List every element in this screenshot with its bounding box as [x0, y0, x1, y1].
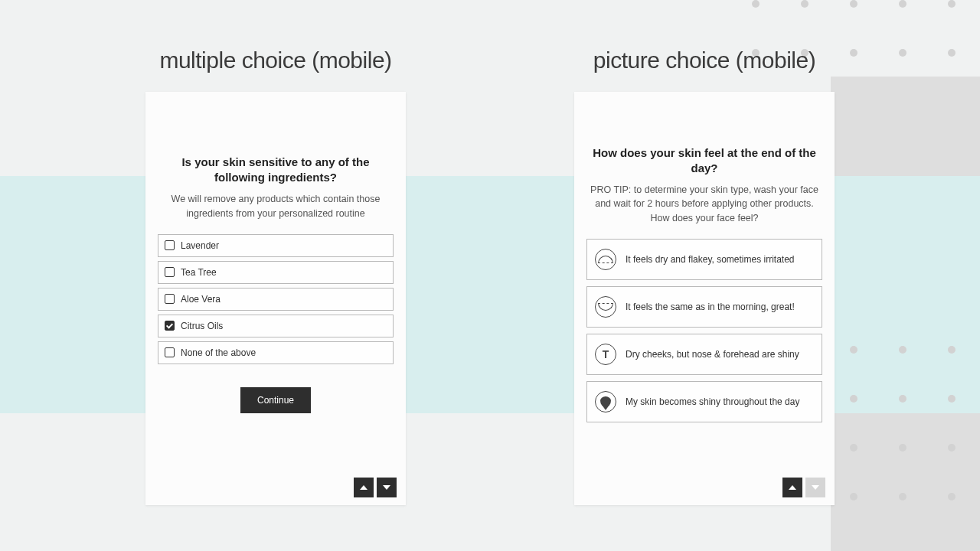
option-label: Lavender [181, 240, 219, 251]
picture-option[interactable]: It feels dry and flakey, sometimes irrit… [586, 239, 822, 280]
continue-button[interactable]: Continue [240, 387, 311, 413]
section-title-picture-choice: picture choice (mobile) [593, 47, 815, 73]
checkbox-icon [165, 321, 175, 331]
chevron-up-icon [360, 485, 368, 490]
prev-question-button[interactable] [782, 478, 802, 497]
prev-question-button[interactable] [354, 478, 374, 497]
normal-skin-icon [595, 296, 616, 318]
next-question-button[interactable] [805, 478, 825, 497]
phone-mock-multiple-choice: Is your skin sensitive to any of the fol… [145, 92, 406, 505]
checkbox-option[interactable]: Lavender [158, 234, 394, 257]
checkbox-option[interactable]: Tea Tree [158, 261, 394, 284]
question-subtext: We will remove any products which contai… [158, 192, 394, 220]
chevron-down-icon [812, 485, 819, 490]
chevron-up-icon [789, 485, 796, 490]
option-label: Aloe Vera [181, 294, 220, 305]
option-label: It feels the same as in the morning, gre… [626, 302, 795, 312]
oily-skin-icon [595, 391, 616, 412]
checkbox-icon [165, 294, 175, 304]
option-label: None of the above [181, 347, 256, 358]
checkbox-option[interactable]: None of the above [158, 341, 394, 364]
option-label: It feels dry and flakey, sometimes irrit… [626, 254, 795, 265]
section-title-multiple-choice: multiple choice (mobile) [159, 47, 391, 73]
checkbox-icon [165, 240, 175, 250]
picture-option[interactable]: My skin becomes shiny throughout the day [586, 381, 822, 422]
option-label: Dry cheeks, but nose & forehead are shin… [626, 349, 799, 360]
option-label: My skin becomes shiny throughout the day [626, 396, 799, 407]
checkbox-icon [165, 347, 175, 357]
checkbox-icon [165, 267, 175, 277]
picture-option[interactable]: It feels the same as in the morning, gre… [586, 286, 822, 328]
chevron-down-icon [383, 485, 390, 490]
checkbox-option[interactable]: Aloe Vera [158, 288, 394, 311]
question-text: How does your skin feel at the end of th… [586, 145, 822, 175]
picture-option[interactable]: TDry cheeks, but nose & forehead are shi… [586, 334, 822, 375]
next-question-button[interactable] [377, 478, 397, 497]
combination-skin-icon: T [595, 344, 616, 365]
option-label: Tea Tree [181, 267, 217, 278]
question-text: Is your skin sensitive to any of the fol… [158, 155, 394, 184]
dry-skin-icon [595, 249, 616, 270]
question-subtext: PRO TIP: to determine your skin type, wa… [586, 183, 822, 224]
phone-mock-picture-choice: How does your skin feel at the end of th… [574, 92, 835, 505]
option-label: Citrus Oils [181, 321, 223, 331]
checkbox-option[interactable]: Citrus Oils [158, 315, 394, 337]
